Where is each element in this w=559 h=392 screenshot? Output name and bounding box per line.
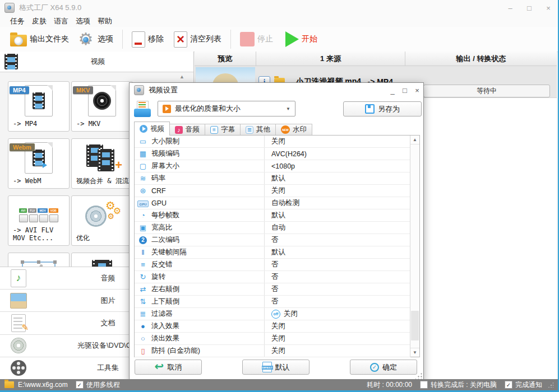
tab-其他[interactable]: ≣其他: [241, 124, 276, 136]
settings-row[interactable]: ▦视频编码AVC(H264): [135, 148, 410, 160]
sidebar-card[interactable]: +视频合并 & 混流: [71, 138, 133, 189]
setting-value[interactable]: off关闭: [265, 309, 410, 319]
tab-字幕[interactable]: ≡字幕: [205, 124, 241, 136]
notify-checkbox[interactable]: ✓: [505, 381, 512, 389]
settings-row[interactable]: ≡反交错否: [135, 259, 410, 271]
tab-水印[interactable]: NEW水印: [276, 124, 312, 136]
settings-row[interactable]: ⇅上下颠倒否: [135, 296, 410, 308]
remove-document-icon: [132, 31, 145, 48]
clear-list-label: 清空列表: [190, 34, 221, 44]
window-resize-grip[interactable]: [548, 382, 553, 388]
setting-value[interactable]: 默认: [265, 211, 410, 220]
plus-icon: +: [115, 158, 122, 172]
setting-value[interactable]: 关闭: [265, 137, 410, 146]
setting-value[interactable]: 自动: [265, 223, 410, 232]
settings-row[interactable]: ▯防抖 (白金功能)关闭: [135, 345, 410, 357]
floppy-icon: [365, 104, 375, 114]
close-icon[interactable]: ×: [539, 0, 558, 16]
minimize-icon[interactable]: –: [501, 0, 520, 16]
menu-item[interactable]: 语言: [54, 16, 68, 26]
status-badge: 等待中: [423, 85, 550, 97]
dialog-minimize-icon[interactable]: _: [386, 84, 399, 96]
setting-label: 淡入效果: [151, 320, 265, 332]
setting-value[interactable]: 关闭: [265, 186, 410, 195]
output-path[interactable]: E:\www.x6g.com: [18, 381, 68, 389]
setting-value[interactable]: 否: [265, 284, 410, 294]
settings-row[interactable]: ◔每秒帧数默认: [135, 209, 410, 222]
settings-row[interactable]: ↻旋转否: [135, 271, 410, 283]
settings-row[interactable]: ⊛CRF关闭: [135, 185, 410, 197]
setting-value[interactable]: 否: [265, 235, 410, 245]
app-window: 格式工厂 X64 5.9.0 – □ × 任务皮肤语言选项帮助 输出文件夹 ⚙ …: [0, 0, 559, 392]
settings-row[interactable]: 2二次编码否: [135, 234, 410, 246]
settings-list: ▭大小限制关闭▦视频编码AVC(H264)▢屏幕大小<1080p≋码率默认⊛CR…: [134, 135, 420, 357]
video-section-header[interactable]: 视频: [0, 52, 193, 72]
audio-note-icon: ♪: [9, 269, 28, 287]
setting-value[interactable]: 关闭: [265, 321, 410, 331]
multithread-checkbox[interactable]: ✓: [76, 381, 84, 389]
save-as-button[interactable]: 另存为: [343, 101, 422, 116]
setting-value[interactable]: 自动检测: [265, 198, 410, 208]
cancel-button[interactable]: ↩ 取消: [135, 360, 202, 375]
column-preview[interactable]: 预览: [195, 52, 256, 66]
format-badge: MP4: [10, 86, 29, 94]
settings-row[interactable]: ○淡出效果关闭: [135, 333, 410, 345]
ok-button[interactable]: ✓ 确定: [350, 360, 417, 375]
shutdown-option[interactable]: 转换完成后 : 关闭电脑: [420, 380, 497, 390]
settings-row[interactable]: ●淡入效果关闭: [135, 320, 410, 333]
dialog-close-icon[interactable]: ×: [411, 84, 423, 96]
settings-row[interactable]: ‖关键帧间隔默认: [135, 246, 410, 259]
setting-value[interactable]: 默认: [265, 248, 410, 257]
setting-label: 每秒帧数: [151, 209, 265, 221]
preset-dropdown[interactable]: 最优化的质量和大小 ▼: [158, 101, 295, 116]
output-folder-button[interactable]: 输出文件夹: [8, 29, 71, 50]
shutdown-checkbox[interactable]: [420, 381, 428, 389]
notify-option[interactable]: ✓ 完成通知: [505, 380, 542, 390]
column-output-status[interactable]: 输出 / 转换状态: [405, 52, 557, 66]
output-path-folder-icon[interactable]: [4, 381, 14, 388]
setting-value[interactable]: 关闭: [265, 346, 410, 356]
menu-item[interactable]: 任务: [10, 16, 25, 26]
scroll-down-arrow-icon[interactable]: ▼: [410, 348, 419, 357]
setting-value[interactable]: <1080p: [265, 162, 410, 170]
start-button[interactable]: 开始: [283, 29, 320, 50]
settings-row[interactable]: ⇄左右颠倒否: [135, 283, 410, 296]
cancel-label: 取消: [167, 362, 182, 372]
scrollbar[interactable]: ▲ ▼: [410, 136, 419, 357]
menu-item[interactable]: 皮肤: [32, 16, 47, 26]
setting-value[interactable]: 关闭: [265, 334, 410, 343]
default-button[interactable]: 默认: [242, 360, 309, 375]
tab-音频[interactable]: ♪音频: [170, 124, 205, 136]
scroll-up-arrow-icon[interactable]: ▲: [410, 136, 419, 144]
sidebar-card[interactable]: ⚙⚙⚙优化: [71, 195, 133, 246]
maximize-icon[interactable]: □: [520, 0, 539, 16]
clear-list-button[interactable]: 清空列表: [172, 29, 224, 50]
stop-button[interactable]: 停止: [238, 29, 275, 50]
remove-button[interactable]: 移除: [130, 29, 166, 50]
settings-row[interactable]: ▢屏幕大小<1080p: [135, 160, 410, 172]
options-button[interactable]: ⚙ 选项: [75, 29, 116, 50]
tab-label: 音频: [186, 125, 200, 134]
menu-item[interactable]: 选项: [76, 16, 90, 26]
settings-row[interactable]: ▣宽高比自动: [135, 222, 410, 234]
tab-视频[interactable]: 视频: [134, 122, 170, 136]
multithread-option[interactable]: ✓ 使用多线程: [76, 380, 120, 390]
setting-value[interactable]: AVC(H264): [265, 150, 410, 158]
dialog-controls: _ □ ×: [386, 84, 423, 96]
sidebar-card[interactable]: MP4-> MP4: [8, 81, 70, 132]
setting-value[interactable]: 默认: [265, 174, 410, 183]
menu-item[interactable]: 帮助: [98, 16, 112, 26]
setting-value[interactable]: 否: [265, 272, 410, 282]
dialog-maximize-icon[interactable]: □: [399, 84, 411, 96]
sidebar-card[interactable]: AVIFLVMOVVOB-> AVI FLV MOV Etc...: [8, 195, 70, 246]
setting-value[interactable]: 否: [265, 260, 410, 269]
settings-row[interactable]: ≋码率默认: [135, 172, 410, 185]
settings-row[interactable]: GPUGPU自动检测: [135, 197, 410, 209]
settings-row[interactable]: ▭大小限制关闭: [135, 136, 410, 148]
setting-value[interactable]: 否: [265, 297, 410, 306]
column-source[interactable]: 1 来源: [256, 52, 405, 66]
settings-row[interactable]: ≣过滤器off关闭: [135, 308, 410, 320]
sidebar-card[interactable]: Webm-> WebM: [8, 138, 70, 189]
gear-icon: ⚙: [107, 212, 114, 220]
sidebar-card[interactable]: MKV-> MKV: [71, 81, 133, 132]
